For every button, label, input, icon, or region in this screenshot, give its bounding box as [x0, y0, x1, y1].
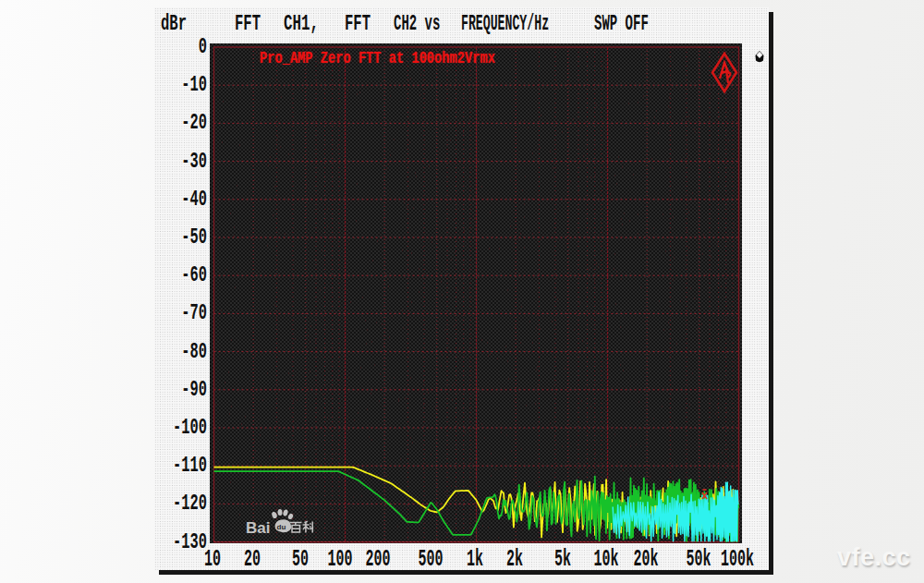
svg-text:du: du [277, 523, 286, 531]
svg-text:Bai: Bai [246, 519, 270, 537]
